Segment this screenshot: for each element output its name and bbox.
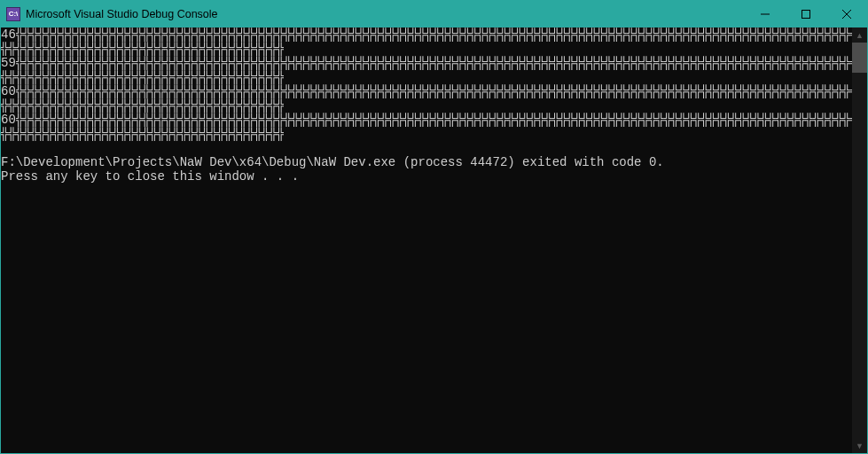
row-label: 60 bbox=[1, 113, 16, 127]
svg-rect-1 bbox=[802, 11, 810, 19]
minimize-icon bbox=[761, 10, 770, 19]
maximize-icon bbox=[802, 10, 810, 19]
bar-long: ╬╬╬╬╬╬╬╬╬╬╬╬╬╬╬╬╬╬╬╬╬╬╬╬╬╬╬╬╬╬╬╬╬╬╬╬╬╬╬╬… bbox=[16, 56, 852, 70]
chevron-up-icon: ▲ bbox=[856, 31, 864, 40]
minimize-button[interactable] bbox=[745, 1, 786, 27]
vertical-scrollbar[interactable]: ▲ ▼ bbox=[852, 27, 867, 453]
app-icon-text: C:\ bbox=[9, 11, 19, 18]
client-area: 46╬╬╬╬╬╬╬╬╬╬╬╬╬╬╬╬╬╬╬╬╬╬╬╬╬╬╬╬╬╬╬╬╬╬╬╬╬╬… bbox=[1, 27, 867, 453]
scroll-thumb[interactable] bbox=[852, 43, 867, 73]
bar-long: ╬╬╬╬╬╬╬╬╬╬╬╬╬╬╬╬╬╬╬╬╬╬╬╬╬╬╬╬╬╬╬╬╬╬╬╬╬╬╬╬… bbox=[16, 27, 852, 42]
bar-long: ╬╬╬╬╬╬╬╬╬╬╬╬╬╬╬╬╬╬╬╬╬╬╬╬╬╬╬╬╬╬╬╬╬╬╬╬╬╬╬╬… bbox=[16, 113, 852, 127]
bar-short: ╬╬╬╬╬╬╬╬╬╬╬╬╬╬╬╬╬╬╬╬╬╬╬╬╬╬╬╬╬╬╬╬╬╬╬╬╬╬ bbox=[1, 127, 284, 141]
press-any-key-line: Press any key to close this window . . . bbox=[1, 169, 852, 184]
blank-line bbox=[1, 141, 852, 155]
chevron-down-icon: ▼ bbox=[856, 442, 864, 450]
row-label: 46 bbox=[1, 27, 16, 42]
bar-row: ╬╬╬╬╬╬╬╬╬╬╬╬╬╬╬╬╬╬╬╬╬╬╬╬╬╬╬╬╬╬╬╬╬╬╬╬╬╬ bbox=[1, 42, 852, 56]
bar-row: 59╬╬╬╬╬╬╬╬╬╬╬╬╬╬╬╬╬╬╬╬╬╬╬╬╬╬╬╬╬╬╬╬╬╬╬╬╬╬… bbox=[1, 56, 852, 70]
close-icon bbox=[842, 10, 851, 19]
titlebar[interactable]: C:\ Microsoft Visual Studio Debug Consol… bbox=[1, 1, 867, 27]
console-output[interactable]: 46╬╬╬╬╬╬╬╬╬╬╬╬╬╬╬╬╬╬╬╬╬╬╬╬╬╬╬╬╬╬╬╬╬╬╬╬╬╬… bbox=[1, 27, 852, 453]
exit-line: F:\Development\Projects\NaW Dev\x64\Debu… bbox=[1, 155, 852, 169]
row-label: 59 bbox=[1, 56, 16, 70]
window-title: Microsoft Visual Studio Debug Console bbox=[26, 8, 218, 20]
maximize-button[interactable] bbox=[786, 1, 826, 27]
scroll-up-button[interactable]: ▲ bbox=[852, 27, 867, 43]
bar-long: ╬╬╬╬╬╬╬╬╬╬╬╬╬╬╬╬╬╬╬╬╬╬╬╬╬╬╬╬╬╬╬╬╬╬╬╬╬╬╬╬… bbox=[16, 84, 852, 98]
bar-row: 60╬╬╬╬╬╬╬╬╬╬╬╬╬╬╬╬╬╬╬╬╬╬╬╬╬╬╬╬╬╬╬╬╬╬╬╬╬╬… bbox=[1, 84, 852, 98]
app-icon: C:\ bbox=[6, 7, 20, 21]
bar-row: ╬╬╬╬╬╬╬╬╬╬╬╬╬╬╬╬╬╬╬╬╬╬╬╬╬╬╬╬╬╬╬╬╬╬╬╬╬╬ bbox=[1, 70, 852, 84]
close-button[interactable] bbox=[826, 1, 867, 27]
bar-row: ╬╬╬╬╬╬╬╬╬╬╬╬╬╬╬╬╬╬╬╬╬╬╬╬╬╬╬╬╬╬╬╬╬╬╬╬╬╬ bbox=[1, 98, 852, 113]
scroll-down-button[interactable]: ▼ bbox=[852, 438, 867, 453]
row-label: 60 bbox=[1, 84, 16, 98]
bar-short: ╬╬╬╬╬╬╬╬╬╬╬╬╬╬╬╬╬╬╬╬╬╬╬╬╬╬╬╬╬╬╬╬╬╬╬╬╬╬ bbox=[1, 98, 284, 113]
bar-short: ╬╬╬╬╬╬╬╬╬╬╬╬╬╬╬╬╬╬╬╬╬╬╬╬╬╬╬╬╬╬╬╬╬╬╬╬╬╬ bbox=[1, 42, 284, 56]
window-frame: C:\ Microsoft Visual Studio Debug Consol… bbox=[0, 0, 868, 454]
bar-row: 60╬╬╬╬╬╬╬╬╬╬╬╬╬╬╬╬╬╬╬╬╬╬╬╬╬╬╬╬╬╬╬╬╬╬╬╬╬╬… bbox=[1, 113, 852, 127]
bar-row: ╬╬╬╬╬╬╬╬╬╬╬╬╬╬╬╬╬╬╬╬╬╬╬╬╬╬╬╬╬╬╬╬╬╬╬╬╬╬ bbox=[1, 127, 852, 141]
bar-row: 46╬╬╬╬╬╬╬╬╬╬╬╬╬╬╬╬╬╬╬╬╬╬╬╬╬╬╬╬╬╬╬╬╬╬╬╬╬╬… bbox=[1, 27, 852, 42]
bar-short: ╬╬╬╬╬╬╬╬╬╬╬╬╬╬╬╬╬╬╬╬╬╬╬╬╬╬╬╬╬╬╬╬╬╬╬╬╬╬ bbox=[1, 70, 284, 84]
